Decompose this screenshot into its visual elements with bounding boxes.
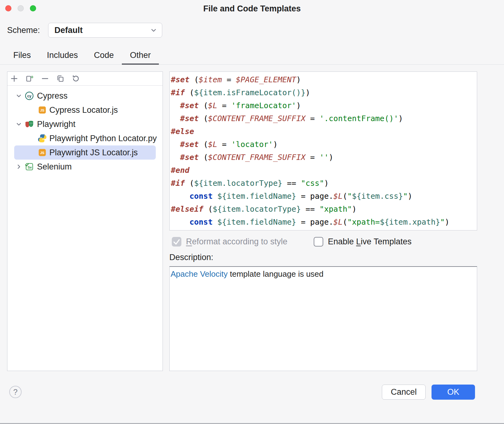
tree-item-label: Playwright JS Locator.js [49, 148, 138, 157]
python-icon [38, 134, 47, 143]
js-icon: JS [38, 148, 47, 157]
template-list-panel: cyCypressJSCypress Locator.jsPlaywrightP… [7, 71, 163, 371]
scheme-label: Scheme: [7, 26, 40, 35]
tree-item-playwright[interactable]: Playwright [14, 117, 156, 131]
cypress-icon: cy [25, 91, 34, 100]
window-title: File and Code Templates [0, 4, 504, 14]
tree-toolbar [7, 72, 163, 86]
code-line: #set ($CONTENT_FRAME_SUFFIX = '') [171, 151, 475, 164]
live-templates-option: Enable Live Templates [314, 237, 411, 247]
code-line: #set ($CONTENT_FRAME_SUFFIX = '.contentF… [171, 112, 475, 125]
code-line: #else [171, 125, 475, 138]
description-text: template language is used [228, 269, 324, 279]
tab-code[interactable]: Code [86, 47, 122, 65]
remove-icon[interactable] [41, 75, 49, 83]
titlebar: File and Code Templates [0, 0, 504, 17]
code-line: #end [171, 164, 475, 177]
live-templates-checkbox[interactable] [314, 237, 323, 247]
tree-item-label: Playwright Python Locator.py [49, 134, 157, 143]
tree-item-label: Cypress Locator.js [49, 105, 118, 115]
check-icon [172, 237, 181, 247]
selenium-icon: Se [25, 162, 34, 171]
ok-button[interactable]: OK [432, 385, 475, 400]
reset-icon[interactable] [72, 75, 80, 83]
description-label: Description: [169, 253, 213, 262]
tab-files[interactable]: Files [5, 47, 39, 65]
copy-icon[interactable] [26, 75, 34, 83]
chevron-down-icon [150, 26, 158, 34]
tree-item-label: Cypress [37, 91, 68, 101]
code-line: #set ($item = $PAGE_ELEMENT) [171, 73, 475, 86]
tab-other[interactable]: Other [122, 47, 159, 65]
help-icon: ? [13, 388, 18, 397]
code-line: const ${item.fieldName} = page.$L("${ite… [171, 190, 475, 203]
svg-text:Se: Se [27, 165, 32, 169]
scheme-select[interactable]: Default [48, 23, 162, 38]
svg-text:JS: JS [40, 151, 44, 155]
reformat-checkbox [172, 237, 181, 247]
code-line: #if (${item.locatorType} == "css") [171, 177, 475, 190]
cancel-button[interactable]: Cancel [382, 385, 426, 400]
template-editor[interactable]: #set ($item = $PAGE_ELEMENT)#if (${item.… [169, 71, 477, 230]
chevron-down-icon[interactable] [15, 92, 23, 100]
scheme-value: Default [55, 26, 83, 35]
apache-velocity-link[interactable]: Apache Velocity [171, 269, 228, 279]
svg-text:JS: JS [40, 108, 44, 112]
playwright-icon [25, 120, 34, 129]
tree-item-playwright-python-locator-py[interactable]: Playwright Python Locator.py [14, 131, 156, 145]
tree-item-playwright-js-locator-js[interactable]: JSPlaywright JS Locator.js [14, 145, 156, 160]
duplicate-icon[interactable] [56, 75, 64, 83]
tree-item-label: Selenium [37, 162, 72, 172]
reformat-label: Reformat according to style [186, 237, 287, 247]
reformat-option: Reformat according to style [172, 237, 287, 247]
tree-item-selenium[interactable]: SeSelenium [14, 160, 156, 174]
tab-includes[interactable]: Includes [39, 47, 86, 65]
live-templates-label: Enable Live Templates [328, 237, 411, 247]
code-line: const ${item.fieldName} = page.$L("xpath… [171, 216, 475, 229]
chevron-down-icon[interactable] [15, 120, 23, 128]
chevron-right-icon[interactable] [15, 163, 23, 171]
help-button[interactable]: ? [9, 386, 22, 398]
tree-item-cypress[interactable]: cyCypress [14, 89, 156, 103]
description-box: Apache Velocity template language is use… [169, 266, 477, 371]
tree-item-label: Playwright [37, 120, 76, 129]
code-line: #set ($L = 'frameLocator') [171, 99, 475, 112]
scheme-row: Scheme: Default [7, 23, 162, 38]
js-icon: JS [38, 105, 47, 115]
tree-item-cypress-locator-js[interactable]: JSCypress Locator.js [14, 103, 156, 117]
tab-bar: FilesIncludesCodeOther [0, 47, 504, 65]
template-tree: cyCypressJSCypress Locator.jsPlaywrightP… [7, 86, 163, 174]
add-icon[interactable] [10, 75, 18, 83]
code-line: #elseif (${item.locatorType} == "xpath") [171, 203, 475, 216]
code-line: #set ($L = 'locator') [171, 138, 475, 151]
svg-text:cy: cy [27, 94, 31, 98]
code-line: #if (${item.isFrameLocator()}) [171, 86, 475, 99]
